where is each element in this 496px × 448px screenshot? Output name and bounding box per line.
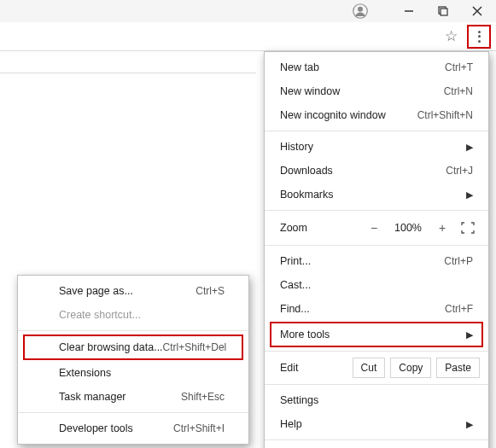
menu-shortcut: Ctrl+Shift+Del [163,341,227,353]
menu-shortcut: Ctrl+Shift+N [417,109,473,121]
menu-shortcut: Ctrl+J [446,165,473,177]
zoom-value: 100% [389,222,427,234]
chevron-right-icon: ▶ [466,329,473,340]
zoom-in-button[interactable]: + [432,221,452,235]
menu-label: Settings [280,394,473,406]
menu-new-tab[interactable]: New tabCtrl+T [265,55,488,79]
menu-extensions[interactable]: Extensions [18,361,248,385]
menu-task-manager[interactable]: Task managerShift+Esc [18,385,248,409]
page-area: New tabCtrl+T New windowCtrl+N New incog… [0,51,496,448]
menu-label: History [280,141,461,153]
menu-label: Find... [280,303,445,315]
close-icon[interactable] [462,0,493,22]
menu-zoom: Zoom − 100% + [265,214,488,241]
menu-history[interactable]: History▶ [265,135,488,159]
menu-shortcut: Ctrl+P [444,255,473,267]
menu-label: New window [280,85,444,97]
menu-label: New incognito window [280,109,417,121]
profile-icon[interactable] [345,0,376,22]
menu-label: Clear browsing data... [59,341,163,353]
tab-strip [0,51,256,73]
svg-point-1 [358,7,363,12]
paste-button[interactable]: Paste [436,358,480,378]
menu-label: Developer tools [59,422,173,434]
chevron-right-icon: ▶ [466,142,473,153]
menu-bookmarks[interactable]: Bookmarks▶ [265,183,488,207]
menu-shortcut: Ctrl+N [444,85,473,97]
menu-shortcut: Ctrl+T [445,61,473,73]
menu-developer-tools[interactable]: Developer toolsCtrl+Shift+I [18,416,248,440]
menu-new-window[interactable]: New windowCtrl+N [265,79,488,103]
menu-clear-browsing-data[interactable]: Clear browsing data...Ctrl+Shift+Del [25,336,242,358]
maximize-icon[interactable] [428,0,458,22]
menu-downloads[interactable]: DownloadsCtrl+J [265,159,488,183]
zoom-out-button[interactable]: − [364,221,384,235]
menu-edit: Edit Cut Copy Paste [265,355,488,381]
fullscreen-icon[interactable] [458,219,478,236]
menu-save-page[interactable]: Save page as...Ctrl+S [18,279,248,303]
menu-cast[interactable]: Cast... [265,273,488,297]
svg-rect-4 [441,9,447,15]
menu-label: Bookmarks [280,189,461,201]
menu-label: Downloads [280,165,446,177]
minimize-icon[interactable] [394,0,424,22]
menu-shortcut: Ctrl+Shift+I [173,422,225,434]
menu-label: Edit [280,362,347,374]
menu-label: Task manager [59,391,181,403]
clear-browsing-highlight: Clear browsing data...Ctrl+Shift+Del [23,335,243,360]
menu-separator [18,330,248,331]
menu-label: Zoom [280,222,359,234]
bookmark-star-icon[interactable]: ☆ [440,26,462,48]
menu-shortcut: Shift+Esc [181,391,225,403]
menu-label: Help [280,418,461,430]
cut-button[interactable]: Cut [353,358,386,378]
menu-find[interactable]: Find...Ctrl+F [265,297,488,321]
menu-new-incognito[interactable]: New incognito windowCtrl+Shift+N [265,103,488,127]
menu-separator [265,351,488,352]
menu-separator [265,245,488,246]
menu-shortcut: Ctrl+S [195,285,225,297]
browser-toolbar: ☆ [0,22,496,51]
menu-settings[interactable]: Settings [265,388,488,412]
menu-separator [18,412,248,413]
menu-separator [265,131,488,131]
chevron-right-icon: ▶ [466,419,473,430]
more-tools-highlight: More tools▶ [270,322,483,347]
menu-label: Save page as... [59,285,195,297]
menu-separator [265,439,488,440]
menu-help[interactable]: Help▶ [265,412,488,436]
window-titlebar [0,0,496,22]
copy-button[interactable]: Copy [390,358,431,378]
menu-more-tools[interactable]: More tools▶ [271,323,481,346]
chevron-right-icon: ▶ [466,189,473,201]
main-menu: New tabCtrl+T New windowCtrl+N New incog… [264,51,489,448]
menu-label: Cast... [280,279,473,291]
menu-print[interactable]: Print...Ctrl+P [265,249,488,273]
menu-exit[interactable]: ExitCtrl+Shift+Q [265,444,488,448]
menu-label: New tab [280,61,445,73]
menu-label: More tools [280,329,461,340]
menu-create-shortcut: Create shortcut... [18,303,248,327]
kebab-icon [478,31,481,43]
more-tools-submenu: Save page as...Ctrl+S Create shortcut...… [17,275,249,445]
menu-shortcut: Ctrl+F [445,303,473,315]
menu-label: Print... [280,255,444,267]
kebab-menu-button[interactable] [467,25,491,49]
menu-separator [265,384,488,385]
menu-label: Create shortcut... [59,309,225,321]
menu-separator [265,210,488,211]
menu-label: Extensions [59,367,225,379]
